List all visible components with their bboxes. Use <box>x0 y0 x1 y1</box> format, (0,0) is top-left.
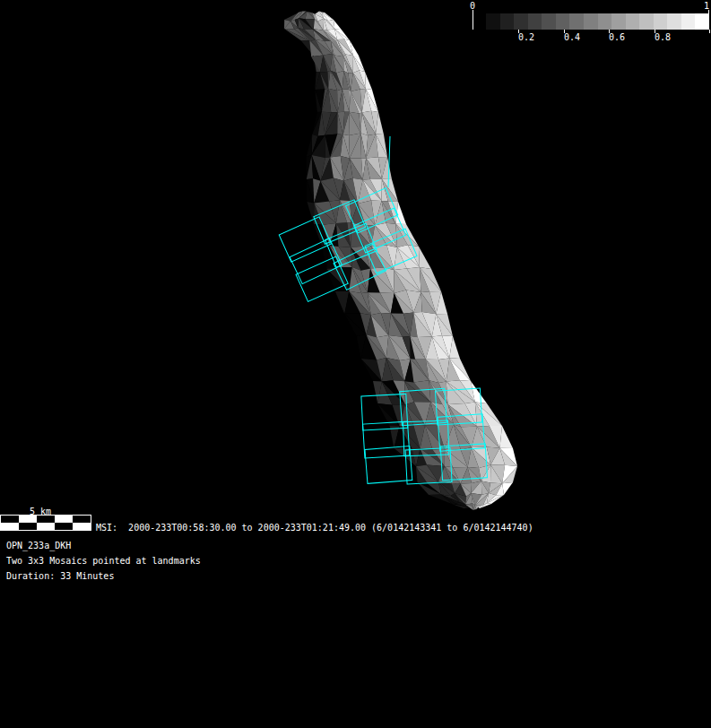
colorbar-step <box>598 13 612 30</box>
asteroid-facet <box>365 72 372 90</box>
display-window: 0 1 0.20.40.60.8 5 km MSI: 2000-233T00:5… <box>0 0 711 728</box>
colorbar-step <box>681 13 696 30</box>
colorbar-step <box>486 13 500 30</box>
duration-line: Duration: 33 Minutes <box>6 571 114 581</box>
colorbar-step <box>611 13 626 30</box>
colorbar-zero-tick-line <box>473 10 473 30</box>
asteroid-mesh <box>284 11 517 509</box>
colorbar-step <box>667 13 681 30</box>
asteroid-facet <box>334 20 341 30</box>
colorbar-step <box>626 13 640 30</box>
colorbar-step <box>500 13 515 30</box>
scalebar-cell <box>73 516 91 523</box>
mosaic-description-line: Two 3x3 Mosaics pointed at landmarks <box>6 556 201 566</box>
scalebar-cell <box>19 523 37 530</box>
asteroid-facet <box>502 482 513 495</box>
colorbar-tick-label: 0.4 <box>564 32 580 42</box>
scalebar-cell <box>37 516 55 523</box>
colorbar-step <box>639 13 654 30</box>
colorbar-step <box>695 13 709 30</box>
colorbar-step <box>514 13 528 30</box>
scalebar-cell <box>1 523 19 530</box>
colorbar-tick-label: 0.2 <box>518 32 534 42</box>
opnav-id-line: OPN_233a_DKH <box>6 541 71 550</box>
colorbar-step <box>542 13 556 30</box>
colorbar-tick-label: 0.8 <box>655 32 671 42</box>
scalebar-cell <box>1 516 19 523</box>
colorbar-step <box>528 13 542 30</box>
colorbar-step <box>654 13 668 30</box>
scalebar-cell <box>19 516 37 523</box>
scalebar-cell <box>55 523 73 530</box>
scalebar-cell <box>73 523 91 530</box>
colorbar-step <box>584 13 598 30</box>
colorbar-step <box>556 13 570 30</box>
scene-canvas <box>0 0 711 728</box>
colorbar-step <box>569 13 584 30</box>
asteroid-facet <box>307 134 312 157</box>
colorbar-gradient <box>486 13 709 30</box>
scalebar-cell <box>37 523 55 530</box>
msi-status-line: MSI: 2000-233T00:58:30.00 to 2000-233T01… <box>96 523 533 533</box>
colorbar-tick <box>709 30 710 33</box>
colorbar-tick-label: 0.6 <box>609 32 625 42</box>
scalebar-cell <box>55 516 73 523</box>
asteroid-facet <box>419 247 431 269</box>
scalebar-checker <box>0 515 91 531</box>
